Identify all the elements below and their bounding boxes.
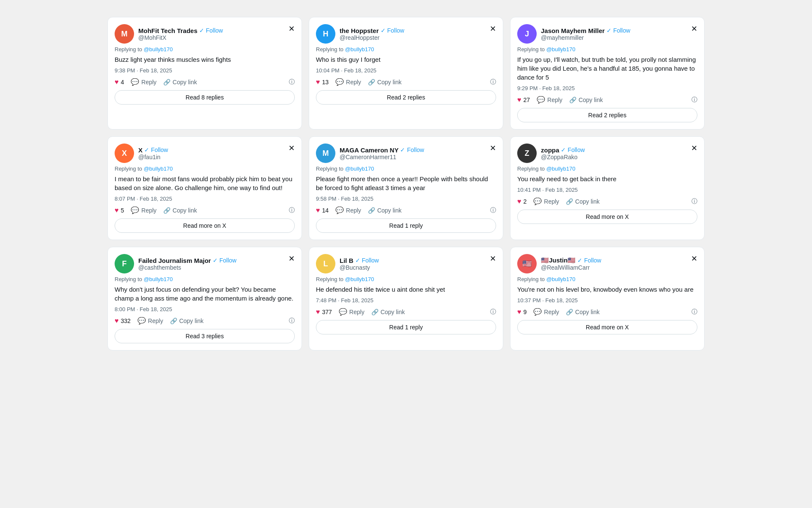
like-count: 5 [121, 207, 124, 214]
read-replies-button[interactable]: Read more on X [517, 320, 697, 334]
follow-link[interactable]: Follow [362, 257, 379, 264]
reply-action[interactable]: 💬 Reply [335, 78, 361, 86]
like-action[interactable]: ♥ 4 [115, 78, 124, 86]
replying-to-handle: @bullyb170 [144, 166, 173, 172]
reply-action[interactable]: 💬 Reply [335, 206, 361, 214]
tweet-header-left: H the Hoppster ✓ Follow @realHoppster [316, 24, 404, 44]
user-handle: @realHoppster [340, 34, 404, 41]
info-icon[interactable]: ⓘ [691, 198, 697, 205]
link-icon: 🔗 [163, 79, 170, 86]
copy-link-label: Copy link [381, 309, 405, 315]
read-replies-button[interactable]: Read 2 replies [517, 108, 697, 122]
x-menu-icon[interactable]: ✕ [288, 254, 295, 263]
copy-link-action[interactable]: 🔗 Copy link [371, 309, 405, 315]
info-icon[interactable]: ⓘ [289, 78, 295, 86]
copy-link-label: Copy link [575, 198, 600, 205]
x-menu-icon[interactable]: ✕ [288, 24, 295, 33]
read-replies-button[interactable]: Read more on X [115, 218, 295, 233]
reply-action[interactable]: 💬 Reply [533, 197, 559, 205]
replying-to: Replying to @bullyb170 [316, 166, 496, 172]
reply-action[interactable]: 💬 Reply [533, 308, 559, 316]
x-menu-icon[interactable]: ✕ [490, 144, 496, 153]
copy-link-action[interactable]: 🔗 Copy link [170, 318, 204, 324]
replying-to-handle: @bullyb170 [144, 276, 173, 282]
x-menu-icon[interactable]: ✕ [288, 144, 295, 153]
reply-action[interactable]: 💬 Reply [537, 96, 562, 104]
like-action[interactable]: ♥ 14 [316, 207, 329, 214]
user-name: Jason Mayhem Miller [541, 27, 605, 34]
copy-link-action[interactable]: 🔗 Copy link [566, 309, 600, 315]
tweet-header: H the Hoppster ✓ Follow @realHoppster ✕ [316, 24, 496, 44]
read-replies-button[interactable]: Read 1 reply [316, 320, 496, 334]
info-icon[interactable]: ⓘ [490, 207, 496, 214]
heart-icon: ♥ [517, 308, 521, 316]
read-replies-button[interactable]: Read more on X [517, 210, 697, 224]
info-icon[interactable]: ⓘ [289, 317, 295, 325]
x-menu-icon[interactable]: ✕ [490, 254, 496, 263]
tweet-actions: ♥ 5 💬 Reply 🔗 Copy link ⓘ [115, 206, 295, 214]
reply-action[interactable]: 💬 Reply [131, 78, 156, 86]
replying-to-handle: @bullyb170 [546, 166, 576, 172]
tweet-header-left: M MAGA Cameron NY ✓ Follow @CameronHarme… [316, 144, 424, 163]
tweet-header: M MohFit Tech Trades ✓ Follow @MohFitX ✕ [115, 24, 295, 44]
like-action[interactable]: ♥ 2 [517, 198, 527, 205]
follow-link[interactable]: Follow [151, 146, 168, 153]
read-replies-button[interactable]: Read 2 replies [316, 90, 496, 105]
tweet-header-left: F Failed Journalism Major ✓ Follow @cash… [115, 254, 236, 273]
like-action[interactable]: ♥ 13 [316, 78, 329, 86]
tweet-header: F Failed Journalism Major ✓ Follow @cash… [115, 254, 295, 273]
reply-label: Reply [349, 309, 365, 315]
copy-link-action[interactable]: 🔗 Copy link [368, 207, 402, 214]
user-handle: @mayhemmiller [541, 34, 630, 41]
user-handle: @cashthembets [138, 264, 236, 271]
info-icon[interactable]: ⓘ [490, 308, 496, 316]
tweet-header-left: J Jason Mayhem Miller ✓ Follow @mayhemmi… [517, 24, 630, 44]
x-menu-icon[interactable]: ✕ [691, 254, 697, 263]
copy-link-action[interactable]: 🔗 Copy link [368, 79, 402, 86]
info-icon[interactable]: ⓘ [289, 207, 295, 214]
like-action[interactable]: ♥ 332 [115, 317, 131, 325]
info-icon[interactable]: ⓘ [691, 96, 697, 104]
link-icon: 🔗 [566, 309, 573, 315]
user-info: MAGA Cameron NY ✓ Follow @CameronHarmer1… [340, 146, 424, 160]
tweet-actions: ♥ 377 💬 Reply 🔗 Copy link ⓘ [316, 308, 496, 316]
follow-link[interactable]: Follow [407, 146, 424, 153]
like-action[interactable]: ♥ 27 [517, 96, 530, 104]
user-handle: @RealWilliamCarr [541, 264, 601, 271]
follow-link[interactable]: Follow [219, 257, 236, 264]
read-replies-button[interactable]: Read 1 reply [316, 218, 496, 233]
copy-link-label: Copy link [173, 207, 197, 214]
follow-link[interactable]: Follow [568, 146, 584, 153]
reply-action[interactable]: 💬 Reply [339, 308, 365, 316]
follow-link[interactable]: Follow [206, 27, 223, 34]
x-menu-icon[interactable]: ✕ [490, 24, 496, 33]
avatar: H [316, 24, 335, 44]
copy-link-action[interactable]: 🔗 Copy link [163, 79, 197, 86]
read-replies-button[interactable]: Read 8 replies [115, 90, 295, 105]
user-name-row: Lil B ✓ Follow [340, 257, 379, 264]
follow-link[interactable]: Follow [613, 27, 630, 34]
replying-to: Replying to @bullyb170 [115, 166, 295, 172]
tweet-header: J Jason Mayhem Miller ✓ Follow @mayhemmi… [517, 24, 697, 44]
like-action[interactable]: ♥ 5 [115, 207, 124, 214]
reply-label: Reply [346, 207, 361, 214]
follow-link[interactable]: Follow [584, 257, 601, 264]
user-name-row: MohFit Tech Trades ✓ Follow [138, 27, 223, 34]
follow-link[interactable]: Follow [387, 27, 404, 34]
like-action[interactable]: ♥ 9 [517, 308, 527, 316]
user-info: the Hoppster ✓ Follow @realHoppster [340, 27, 404, 41]
tweet-header: L Lil B ✓ Follow @Bucnasty ✕ [316, 254, 496, 273]
copy-link-action[interactable]: 🔗 Copy link [566, 198, 600, 205]
x-menu-icon[interactable]: ✕ [691, 24, 697, 33]
like-action[interactable]: ♥ 377 [316, 308, 332, 316]
copy-link-action[interactable]: 🔗 Copy link [569, 97, 603, 103]
copy-link-action[interactable]: 🔗 Copy link [163, 207, 197, 214]
read-replies-button[interactable]: Read 3 replies [115, 329, 295, 343]
reply-action[interactable]: 💬 Reply [131, 206, 156, 214]
like-count: 332 [121, 318, 131, 324]
info-icon[interactable]: ⓘ [691, 308, 697, 316]
info-icon[interactable]: ⓘ [490, 78, 496, 86]
reply-action[interactable]: 💬 Reply [137, 317, 163, 325]
verified-icon: ✓ [577, 257, 582, 264]
x-menu-icon[interactable]: ✕ [691, 144, 697, 153]
